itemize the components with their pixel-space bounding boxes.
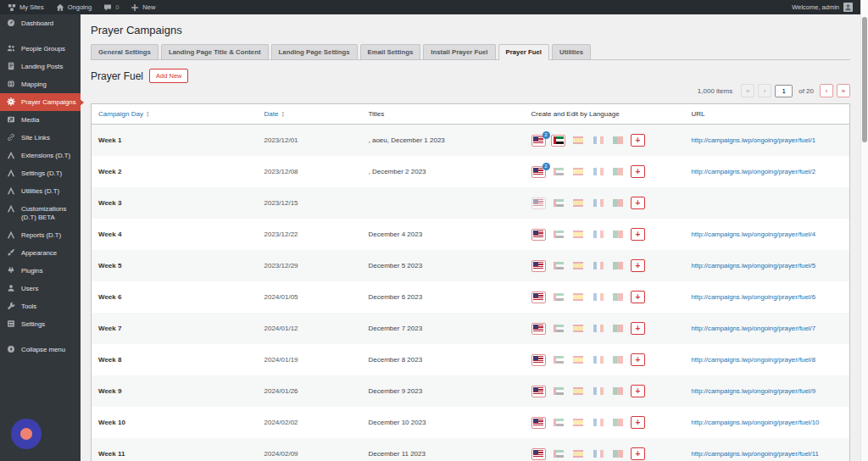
spain-flag-icon[interactable]: [571, 292, 586, 303]
welcome-text[interactable]: Welcome, admin: [792, 3, 839, 11]
portugal-flag-icon[interactable]: [611, 292, 626, 303]
france-flag-icon[interactable]: [591, 197, 605, 209]
spain-flag-icon[interactable]: [571, 229, 586, 241]
uae-flag-icon[interactable]: [551, 448, 565, 460]
us-flag-icon[interactable]: [531, 229, 546, 241]
uae-flag-icon[interactable]: [551, 197, 565, 209]
my-sites-menu[interactable]: My Sites: [8, 3, 44, 12]
scrollbar[interactable]: [860, 0, 868, 461]
portugal-flag-icon[interactable]: [611, 229, 626, 241]
add-language-button[interactable]: +: [631, 447, 645, 460]
tab-landing-page-settings[interactable]: Landing Page Settings: [271, 44, 358, 59]
sidebar-item-site-links[interactable]: Site Links: [0, 129, 81, 147]
add-language-button[interactable]: +: [631, 416, 645, 429]
spain-flag-icon[interactable]: [571, 386, 586, 397]
column-header-date[interactable]: Date▲▼: [258, 104, 362, 125]
spain-flag-icon[interactable]: [571, 197, 586, 209]
france-flag-icon[interactable]: [591, 417, 605, 429]
add-new-button[interactable]: Add New: [149, 69, 188, 83]
portugal-flag-icon[interactable]: [611, 166, 626, 178]
tab-general-settings[interactable]: General Settings: [91, 44, 159, 59]
add-language-button[interactable]: +: [631, 165, 645, 178]
prayer-fuel-link[interactable]: http://campaigns.lwp/ongoing/prayer/fuel…: [692, 387, 816, 395]
comments-menu[interactable]: 0: [103, 3, 119, 12]
sidebar-item-users[interactable]: Users: [0, 280, 81, 297]
sidebar-item-appearance[interactable]: Appearance: [0, 244, 81, 262]
sidebar-item-landing-posts[interactable]: Landing Posts: [0, 58, 81, 75]
add-language-button[interactable]: +: [631, 197, 645, 209]
france-flag-icon[interactable]: [591, 448, 605, 460]
portugal-flag-icon[interactable]: [611, 135, 626, 147]
tab-install-prayer-fuel[interactable]: Install Prayer Fuel: [423, 44, 495, 59]
us-flag-icon[interactable]: [531, 260, 546, 272]
sidebar-item-prayer-campaigns[interactable]: Prayer Campaigns: [0, 93, 81, 111]
uae-flag-icon[interactable]: [551, 417, 565, 429]
us-flag-icon[interactable]: [531, 448, 546, 460]
sidebar-item-reports-dt[interactable]: Reports (D.T): [0, 226, 81, 244]
portugal-flag-icon[interactable]: [611, 448, 626, 460]
uae-flag-icon[interactable]: [551, 292, 565, 303]
add-language-button[interactable]: +: [631, 134, 645, 147]
uae-flag-icon[interactable]: [551, 229, 565, 241]
help-floating-button[interactable]: [11, 419, 42, 449]
spain-flag-icon[interactable]: [571, 417, 586, 429]
uae-flag-icon[interactable]: [551, 166, 565, 178]
sidebar-item-dashboard[interactable]: Dashboard: [0, 14, 81, 32]
france-flag-icon[interactable]: [591, 292, 605, 303]
current-page-input[interactable]: [775, 85, 793, 97]
sidebar-item-people-groups[interactable]: People Groups: [0, 40, 81, 58]
sidebar-item-settings[interactable]: Settings: [0, 315, 81, 333]
us-flag-icon[interactable]: [531, 386, 546, 397]
france-flag-icon[interactable]: [591, 229, 605, 241]
spain-flag-icon[interactable]: [571, 166, 586, 178]
portugal-flag-icon[interactable]: [611, 354, 626, 366]
prayer-fuel-link[interactable]: http://campaigns.lwp/ongoing/prayer/fuel…: [692, 136, 816, 144]
uae-flag-icon[interactable]: [551, 323, 565, 335]
portugal-flag-icon[interactable]: [611, 323, 626, 335]
portugal-flag-icon[interactable]: [611, 260, 626, 272]
prayer-fuel-link[interactable]: http://campaigns.lwp/ongoing/prayer/fuel…: [692, 262, 816, 269]
add-language-button[interactable]: +: [631, 353, 645, 366]
us-flag-icon[interactable]: [531, 323, 546, 335]
france-flag-icon[interactable]: [591, 354, 605, 366]
spain-flag-icon[interactable]: [571, 354, 586, 366]
tab-utilities[interactable]: Utilities: [552, 44, 591, 59]
current-site-menu[interactable]: Ongoing: [56, 3, 92, 12]
add-language-button[interactable]: +: [631, 259, 645, 272]
portugal-flag-icon[interactable]: [611, 386, 626, 397]
france-flag-icon[interactable]: [591, 260, 605, 272]
sidebar-item-collapse-menu[interactable]: Collapse menu: [0, 341, 81, 358]
sidebar-item-utilities-dt[interactable]: Utilities (D.T): [0, 182, 81, 200]
tab-email-settings[interactable]: Email Settings: [360, 44, 421, 59]
portugal-flag-icon[interactable]: [611, 197, 626, 209]
sidebar-item-settings-dt[interactable]: Settings (D.T): [0, 164, 81, 182]
spain-flag-icon[interactable]: [571, 135, 586, 147]
france-flag-icon[interactable]: [591, 135, 605, 147]
spain-flag-icon[interactable]: [571, 323, 586, 335]
prayer-fuel-link[interactable]: http://campaigns.lwp/ongoing/prayer/fuel…: [692, 168, 816, 175]
uae-flag-icon[interactable]: [551, 135, 565, 147]
column-header-campaign-day[interactable]: Campaign Day▲▼: [92, 104, 258, 125]
spain-flag-icon[interactable]: [571, 448, 586, 460]
france-flag-icon[interactable]: [591, 323, 605, 335]
us-flag-icon[interactable]: [531, 292, 546, 303]
add-language-button[interactable]: +: [631, 291, 645, 303]
prayer-fuel-link[interactable]: http://campaigns.lwp/ongoing/prayer/fuel…: [692, 293, 816, 301]
add-language-button[interactable]: +: [631, 385, 645, 397]
tab-landing-page-title-content[interactable]: Landing Page Title & Content: [161, 44, 269, 59]
next-page-button[interactable]: ›: [820, 84, 833, 97]
scrollbar-thumb[interactable]: [862, 17, 867, 142]
france-flag-icon[interactable]: [591, 166, 605, 178]
prayer-fuel-link[interactable]: http://campaigns.lwp/ongoing/prayer/fuel…: [692, 325, 816, 332]
us-flag-icon[interactable]: 2: [531, 135, 546, 147]
add-language-button[interactable]: +: [631, 322, 645, 335]
portugal-flag-icon[interactable]: [611, 417, 626, 429]
spain-flag-icon[interactable]: [571, 260, 586, 272]
prayer-fuel-link[interactable]: http://campaigns.lwp/ongoing/prayer/fuel…: [692, 419, 820, 426]
last-page-button[interactable]: »: [837, 84, 850, 97]
us-flag-icon[interactable]: [531, 354, 546, 366]
uae-flag-icon[interactable]: [551, 260, 565, 272]
prayer-fuel-link[interactable]: http://campaigns.lwp/ongoing/prayer/fuel…: [692, 356, 816, 364]
uae-flag-icon[interactable]: [551, 386, 565, 397]
new-content-menu[interactable]: New: [131, 3, 155, 12]
